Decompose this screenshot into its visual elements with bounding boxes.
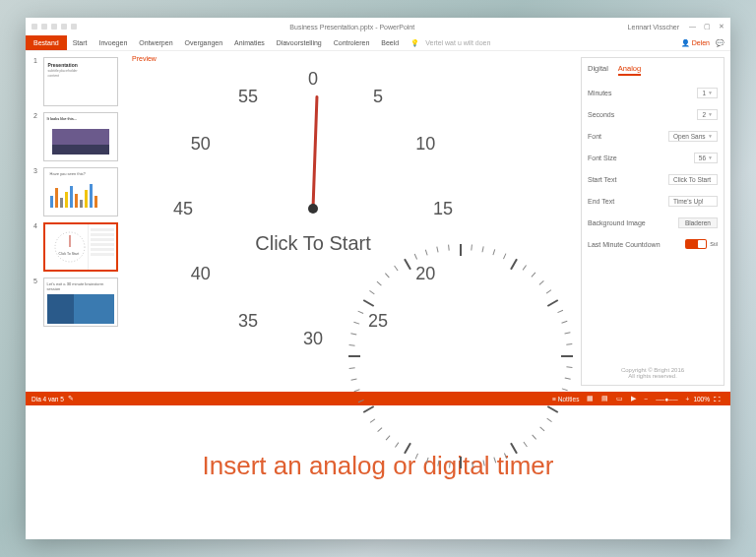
ribbon-tab-transitions[interactable]: Overgangen <box>179 39 229 46</box>
zoom-value[interactable]: 100% <box>693 396 710 402</box>
seconds-label: Seconds <box>588 111 697 118</box>
notes-button[interactable]: ≡ Notities <box>552 396 579 402</box>
slide-counter: Dia 4 van 5 <box>32 396 64 402</box>
view-slideshow-icon[interactable]: ▶ <box>631 395 636 402</box>
view-reading-icon[interactable]: ▭ <box>616 395 623 402</box>
zoom-out-button[interactable]: − <box>644 396 648 402</box>
lmc-label: Last Minute Countdown <box>588 241 685 248</box>
view-sorter-icon[interactable]: ▤ <box>601 395 608 402</box>
minor-tick <box>562 388 568 391</box>
major-tick <box>348 355 360 357</box>
comments-icon[interactable]: 💬 <box>716 39 724 47</box>
share-button[interactable]: 👤 Delen <box>681 39 710 47</box>
endtext-label: End Text <box>588 198 668 205</box>
thumb-number: 4 <box>33 222 39 272</box>
thumb-text: subtitle placeholder <box>48 69 113 73</box>
quick-access-toolbar[interactable] <box>32 24 77 30</box>
minutes-select[interactable]: 1▼ <box>697 88 718 98</box>
endtext-input[interactable]: Time's Up! <box>668 196 718 207</box>
panel-footer: Copyright © Bright 2016 All rights reser… <box>588 367 718 379</box>
minor-tick <box>369 290 374 294</box>
thumbnail-5[interactable]: 5 Let's exit a 30 minute brainstorm sess… <box>33 278 118 327</box>
slide-editor[interactable]: Preview Click To Start 05101520253035404… <box>126 51 581 392</box>
ribbon-tab-start[interactable]: Start <box>67 39 94 46</box>
dial-number: 30 <box>303 329 323 349</box>
thumb-number: 1 <box>33 57 39 106</box>
qat-icon[interactable] <box>41 24 47 30</box>
powerpoint-window: Business Presentation.pptx - PowerPoint … <box>26 18 730 539</box>
view-normal-icon[interactable]: ▦ <box>587 395 594 402</box>
minor-tick <box>436 246 438 252</box>
minor-tick <box>350 378 356 380</box>
ribbon-tab-insert[interactable]: Invoegen <box>93 39 133 46</box>
chevron-down-icon: ▼ <box>708 90 713 95</box>
major-tick <box>460 457 462 468</box>
tell-me-input[interactable]: Vertel wat u wilt doen <box>419 39 496 46</box>
chevron-down-icon: ▼ <box>708 111 713 117</box>
browse-button[interactable]: Bladeren <box>678 217 718 228</box>
share-label: Delen <box>692 39 710 46</box>
font-select[interactable]: Open Sans▼ <box>668 131 718 142</box>
thumbnail-1[interactable]: 1 Presentation subtitle placeholder cont… <box>33 57 118 106</box>
minor-tick <box>523 265 527 270</box>
minor-tick <box>350 333 356 335</box>
fontsize-label: Font Size <box>588 155 694 161</box>
thumbnail-4[interactable]: 4 Click To Start <box>33 222 118 272</box>
minimize-button[interactable]: — <box>689 23 696 31</box>
tell-me-icon: 💡 <box>410 39 419 47</box>
qat-icon[interactable] <box>32 24 37 30</box>
major-tick <box>510 259 518 270</box>
lmc-toggle[interactable] <box>685 239 707 249</box>
zoom-in-button[interactable]: + <box>686 396 690 402</box>
tab-analog[interactable]: Analog <box>618 64 641 76</box>
fit-window-icon[interactable]: ⛶ <box>714 396 721 402</box>
tab-digital[interactable]: Digital <box>588 64 608 76</box>
status-bar: Dia 4 van 5 ✎ ≡ Notities ▦ ▤ ▭ ▶ − ──●──… <box>26 392 730 405</box>
analog-clock[interactable]: Click To Start 0510152025303540455055 <box>165 61 461 356</box>
thumb-number: 2 <box>33 112 39 161</box>
spellcheck-icon[interactable]: ✎ <box>68 395 74 402</box>
click-to-start[interactable]: Click To Start <box>255 232 370 255</box>
minor-tick <box>503 253 506 259</box>
close-button[interactable]: ✕ <box>719 23 724 31</box>
minor-tick <box>546 289 551 293</box>
starttext-input[interactable]: Click To Start <box>668 174 718 185</box>
thumbnail-2[interactable]: 2 It looks like this... <box>33 112 118 161</box>
ribbon-tab-animations[interactable]: Animaties <box>228 39 271 46</box>
dial-number: 55 <box>238 86 258 106</box>
zoom-slider[interactable]: ──●── <box>656 396 677 402</box>
chevron-down-icon: ▼ <box>708 133 713 139</box>
qat-icon[interactable] <box>61 24 67 30</box>
slide-thumbnails[interactable]: 1 Presentation subtitle placeholder cont… <box>26 51 126 392</box>
minor-tick <box>492 249 495 255</box>
seconds-select[interactable]: 2▼ <box>697 109 718 120</box>
minor-tick <box>349 367 355 369</box>
maximize-button[interactable]: ▢ <box>704 23 711 31</box>
workspace: 1 Presentation subtitle placeholder cont… <box>26 51 730 392</box>
major-tick <box>363 299 374 307</box>
qat-icon[interactable] <box>51 24 57 30</box>
ribbon-tab-review[interactable]: Controleren <box>328 39 376 46</box>
ribbon: Bestand Start Invoegen Ontwerpen Overgan… <box>26 35 730 51</box>
major-tick <box>561 355 573 357</box>
ribbon-tab-slideshow[interactable]: Diavoorstelling <box>271 39 328 46</box>
font-label: Font <box>588 133 668 140</box>
dial-number: 0 <box>308 69 318 90</box>
ribbon-tab-view[interactable]: Beeld <box>375 39 405 46</box>
window-title: Business Presentation.pptx - PowerPoint <box>77 24 628 31</box>
thumb-cts: Click To Start <box>59 252 80 256</box>
ribbon-tab-design[interactable]: Ontwerpen <box>133 39 178 46</box>
file-tab[interactable]: Bestand <box>26 35 67 50</box>
chevron-down-icon: ▼ <box>708 155 713 160</box>
minor-tick <box>539 280 544 285</box>
thumbnail-3[interactable]: 3 Have you seen this? <box>33 167 118 217</box>
bar-chart-icon <box>50 180 111 208</box>
thumb-title: Let's exit a 30 minute brainstorm sessio… <box>47 281 114 291</box>
thumb-number: 3 <box>33 167 39 217</box>
bg-label: Background Image <box>588 219 678 226</box>
minor-tick <box>425 250 428 256</box>
dial-number: 10 <box>415 134 435 155</box>
fontsize-select[interactable]: 56▼ <box>694 153 718 163</box>
starttext-label: Start Text <box>588 176 668 183</box>
major-tick <box>460 244 462 256</box>
